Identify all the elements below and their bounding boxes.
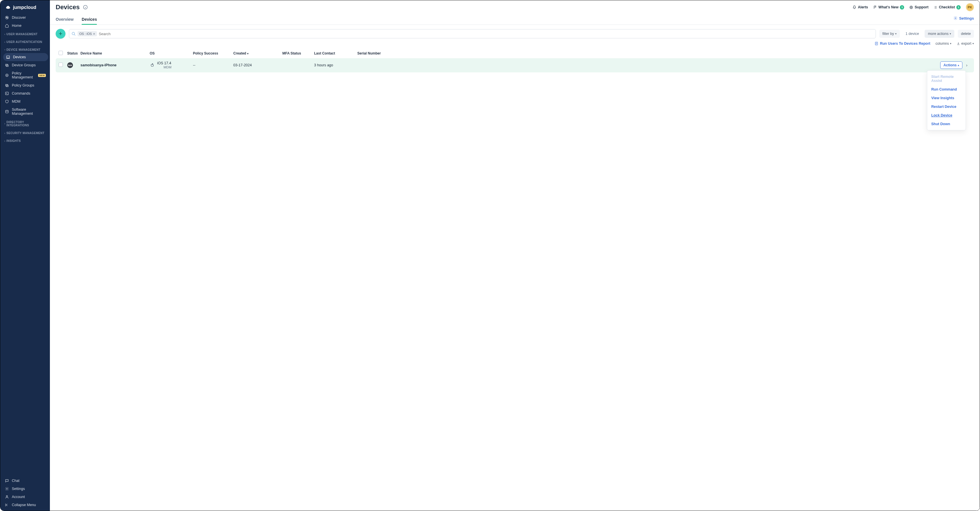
- export-button[interactable]: export▾: [957, 41, 974, 46]
- info-icon[interactable]: [83, 5, 88, 10]
- sidebar-item-collapse[interactable]: Collapse Menu: [0, 501, 50, 509]
- sidebar-item-policy-groups[interactable]: Policy Groups: [0, 81, 50, 89]
- package-icon: [5, 110, 9, 114]
- compass-icon: [5, 16, 9, 20]
- search-icon: [72, 32, 76, 36]
- os-version: iOS 17.4: [157, 61, 171, 65]
- search-input[interactable]: [99, 32, 873, 36]
- topbar: Devices Alerts What's New 1 Support: [50, 0, 980, 13]
- svg-point-14: [910, 6, 913, 9]
- sidebar-item-chat[interactable]: Chat: [0, 477, 50, 485]
- support-link[interactable]: Support: [909, 5, 928, 9]
- sidebar-item-label: Discover: [12, 16, 26, 20]
- sidebar-item-home[interactable]: Home: [0, 22, 50, 30]
- expand-chevron-icon[interactable]: ›: [966, 63, 967, 67]
- device-name[interactable]: samobisanya-iPhone: [81, 63, 150, 67]
- export-icon: [957, 42, 960, 45]
- subbar: Run Users To Devices Report columns▾ exp…: [50, 41, 980, 48]
- action-restart-device[interactable]: Restart Device: [927, 102, 966, 111]
- th-mfa[interactable]: MFA Status: [282, 51, 314, 56]
- action-lock-device[interactable]: Lock Device: [927, 111, 966, 120]
- th-policy[interactable]: Policy Success: [193, 51, 233, 56]
- status-badge: N/A: [67, 62, 73, 68]
- checklist-link[interactable]: Checklist 1: [934, 5, 961, 10]
- sidebar-item-discover[interactable]: Discover: [0, 14, 50, 22]
- actions-dropdown: Start Remote Assist Run Command View Ins…: [927, 70, 966, 131]
- target-icon: [5, 73, 9, 77]
- row-checkbox[interactable]: [59, 62, 63, 67]
- sidebar-item-policy-management[interactable]: Policy Management NEW: [0, 69, 50, 81]
- th-serial[interactable]: Serial Number: [357, 51, 928, 56]
- user-avatar[interactable]: PK: [966, 3, 974, 11]
- search-bar: OS : iOS ✕: [69, 29, 876, 38]
- layers-icon: [5, 63, 9, 67]
- laptop-icon: [6, 55, 10, 59]
- settings-link[interactable]: Settings: [953, 16, 974, 23]
- page-title: Devices: [56, 3, 80, 11]
- sidebar-item-label: Collapse Menu: [12, 503, 36, 507]
- section-insights[interactable]: ›INSIGHTS: [0, 136, 50, 144]
- sidebar-item-account[interactable]: Account: [0, 493, 50, 501]
- sidebar-item-label: Policy Management: [12, 71, 35, 79]
- tab-devices[interactable]: Devices: [82, 15, 97, 24]
- delete-button[interactable]: delete: [958, 30, 974, 38]
- sidebar-item-commands[interactable]: Commands: [0, 89, 50, 97]
- whats-new-count: 1: [900, 5, 904, 10]
- run-report-link[interactable]: Run Users To Devices Report: [875, 41, 931, 46]
- bell-icon: [853, 5, 856, 9]
- section-directory-integrations[interactable]: ›DIRECTORY INTEGRATIONS: [0, 118, 50, 129]
- th-last[interactable]: Last Contact: [314, 51, 357, 56]
- sidebar-item-label: Commands: [12, 91, 30, 96]
- action-view-insights[interactable]: View Insights: [927, 94, 966, 102]
- sidebar-item-label: Policy Groups: [12, 83, 34, 88]
- terminal-icon: [5, 91, 9, 96]
- brand-logo[interactable]: jumpcloud: [0, 0, 50, 14]
- th-created[interactable]: Created ▾: [233, 51, 282, 56]
- svg-point-16: [955, 18, 956, 19]
- section-device-management[interactable]: ›DEVICE MANAGEMENT: [0, 45, 50, 53]
- th-os[interactable]: OS: [150, 51, 193, 56]
- whats-new-link[interactable]: What's New 1: [873, 5, 904, 10]
- sidebar-item-settings[interactable]: Settings: [0, 485, 50, 493]
- section-user-authentication[interactable]: ›USER AUTHENTICATION: [0, 38, 50, 45]
- chevron-up-icon: ▴: [958, 64, 959, 67]
- action-shut-down[interactable]: Shut Down: [927, 120, 966, 128]
- action-run-command[interactable]: Run Command: [927, 85, 966, 94]
- add-device-button[interactable]: +: [56, 29, 65, 39]
- section-security-management[interactable]: ›SECURITY MANAGEMENT: [0, 129, 50, 136]
- tab-overview[interactable]: Overview: [56, 15, 73, 24]
- sidebar: jumpcloud Discover Home ›USER MANAGEMENT…: [0, 0, 50, 511]
- columns-button[interactable]: columns▾: [935, 41, 952, 46]
- select-all-checkbox[interactable]: [59, 51, 63, 55]
- sidebar-item-label: Device Groups: [12, 63, 36, 67]
- more-actions-button[interactable]: more actions▾: [924, 30, 955, 38]
- collapse-icon: [5, 503, 9, 507]
- sidebar-item-device-groups[interactable]: Device Groups: [0, 61, 50, 69]
- user-icon: [5, 495, 9, 499]
- table-row[interactable]: N/A samobisanya-iPhone iOS 17.4 MDM -- 0…: [56, 58, 974, 72]
- chat-icon: [5, 479, 9, 483]
- th-status[interactable]: Status: [67, 51, 81, 56]
- layers-icon: [5, 83, 9, 88]
- chevron-down-icon: ▾: [972, 42, 974, 45]
- sidebar-item-devices[interactable]: Devices: [3, 53, 48, 61]
- chip-remove-icon[interactable]: ✕: [93, 32, 95, 35]
- alerts-link[interactable]: Alerts: [853, 5, 868, 9]
- document-icon: [875, 41, 878, 46]
- sidebar-item-label: Settings: [12, 487, 25, 491]
- sidebar-item-mdm[interactable]: MDM: [0, 97, 50, 105]
- last-contact: 3 hours ago: [314, 63, 357, 67]
- gear-icon: [953, 16, 958, 20]
- filter-by-button[interactable]: filter by▾: [879, 30, 900, 38]
- filter-chip-os[interactable]: OS : iOS ✕: [78, 31, 97, 36]
- section-user-management[interactable]: ›USER MANAGEMENT: [0, 30, 50, 38]
- svg-rect-7: [5, 84, 8, 86]
- lifebuoy-icon: [909, 5, 913, 9]
- svg-rect-2: [6, 56, 10, 58]
- sidebar-item-label: Devices: [13, 55, 25, 59]
- brand-text: jumpcloud: [13, 5, 37, 10]
- sidebar-item-software-management[interactable]: Software Management: [0, 105, 50, 118]
- action-start-remote: Start Remote Assist: [927, 72, 966, 85]
- th-name[interactable]: Device Name: [81, 51, 150, 56]
- row-actions-button[interactable]: Actions▴: [940, 61, 963, 69]
